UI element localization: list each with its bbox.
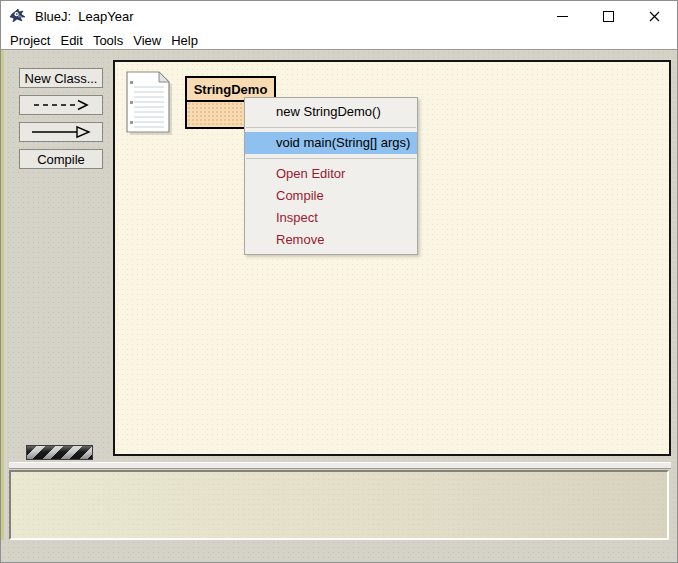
context-menu-item-new-stringdemo[interactable]: new StringDemo() xyxy=(245,101,417,123)
compile-button[interactable]: Compile xyxy=(19,149,103,169)
window-controls xyxy=(539,1,677,31)
window-title: BlueJ: LeapYear xyxy=(35,9,134,24)
new-class-button[interactable]: New Class... xyxy=(19,68,103,88)
context-menu-item-inspect[interactable]: Inspect xyxy=(245,207,417,229)
dashed-uses-arrow-icon xyxy=(30,99,92,111)
minimize-button[interactable] xyxy=(539,1,585,31)
context-menu-item-open-editor[interactable]: Open Editor xyxy=(245,163,417,185)
readme-note-icon[interactable] xyxy=(126,71,172,135)
context-menu-item-compile[interactable]: Compile xyxy=(245,185,417,207)
inheritance-arrow-icon xyxy=(28,125,94,139)
bluej-bird-icon xyxy=(9,8,28,25)
maximize-button[interactable] xyxy=(585,1,631,31)
context-menu: new StringDemo()void main(String[] args)… xyxy=(244,97,418,255)
left-edge-strip xyxy=(1,50,4,540)
menubar-item-view[interactable]: View xyxy=(128,33,166,48)
context-menu-item-remove[interactable]: Remove xyxy=(245,229,417,251)
menubar: ProjectEditToolsViewHelp xyxy=(1,31,677,50)
close-icon xyxy=(649,11,660,22)
context-menu-separator xyxy=(246,158,416,159)
context-menu-separator xyxy=(246,127,416,128)
titlebar: BlueJ: LeapYear xyxy=(1,1,677,31)
close-button[interactable] xyxy=(631,1,677,31)
status-output-panel xyxy=(9,470,669,540)
menubar-item-project[interactable]: Project xyxy=(5,33,55,48)
menubar-item-tools[interactable]: Tools xyxy=(88,33,128,48)
context-menu-item-void-main-string-args[interactable]: void main(String[] args) xyxy=(245,132,417,154)
bluej-main-window: BlueJ: LeapYear ProjectEditToolsViewHelp… xyxy=(0,0,678,563)
maximize-icon xyxy=(603,11,614,22)
inheritance-relation-button[interactable] xyxy=(19,122,103,142)
menubar-item-edit[interactable]: Edit xyxy=(55,33,87,48)
barber-pole-stripes-icon xyxy=(26,445,93,460)
horizontal-divider xyxy=(9,462,671,469)
minimize-icon xyxy=(557,16,568,17)
menubar-item-help[interactable]: Help xyxy=(166,33,203,48)
uses-relation-button[interactable] xyxy=(19,95,103,115)
